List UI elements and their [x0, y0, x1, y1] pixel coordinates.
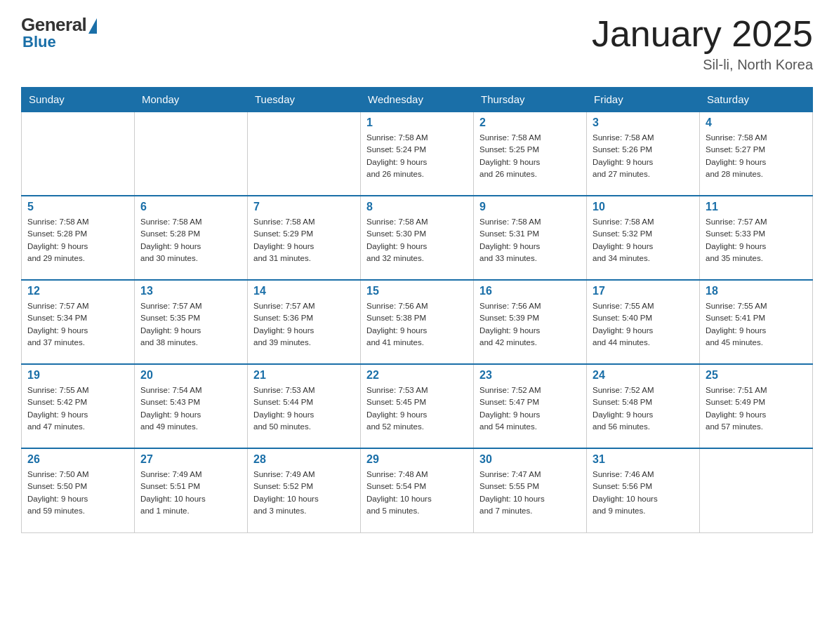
- day-number: 16: [479, 285, 581, 297]
- calendar-cell: 12Sunrise: 7:57 AMSunset: 5:34 PMDayligh…: [22, 280, 135, 364]
- day-info: Sunrise: 7:51 AMSunset: 5:49 PMDaylight:…: [706, 384, 807, 433]
- day-number: 31: [593, 453, 694, 466]
- calendar-cell: 10Sunrise: 7:58 AMSunset: 5:32 PMDayligh…: [587, 196, 700, 280]
- day-info: Sunrise: 7:49 AMSunset: 5:51 PMDaylight:…: [140, 469, 241, 517]
- day-info: Sunrise: 7:58 AMSunset: 5:28 PMDaylight:…: [27, 216, 128, 264]
- day-number: 19: [27, 369, 128, 382]
- calendar-cell: 28Sunrise: 7:49 AMSunset: 5:52 PMDayligh…: [248, 448, 361, 532]
- day-number: 25: [706, 369, 807, 382]
- logo-blue-text: Blue: [22, 33, 56, 51]
- day-info: Sunrise: 7:58 AMSunset: 5:30 PMDaylight:…: [366, 216, 468, 264]
- logo-triangle-icon: [88, 18, 97, 34]
- day-number: 21: [253, 369, 355, 382]
- day-number: 1: [366, 116, 468, 129]
- day-number: 12: [27, 285, 128, 297]
- calendar-cell: 26Sunrise: 7:50 AMSunset: 5:50 PMDayligh…: [22, 448, 135, 532]
- day-info: Sunrise: 7:58 AMSunset: 5:31 PMDaylight:…: [479, 216, 581, 264]
- calendar-cell: 22Sunrise: 7:53 AMSunset: 5:45 PMDayligh…: [361, 364, 474, 448]
- day-info: Sunrise: 7:46 AMSunset: 5:56 PMDaylight:…: [593, 469, 694, 517]
- day-info: Sunrise: 7:48 AMSunset: 5:54 PMDaylight:…: [366, 469, 468, 517]
- day-number: 20: [140, 369, 241, 382]
- calendar-cell: 29Sunrise: 7:48 AMSunset: 5:54 PMDayligh…: [361, 448, 474, 532]
- day-info: Sunrise: 7:49 AMSunset: 5:52 PMDaylight:…: [253, 469, 355, 517]
- day-number: 23: [479, 369, 581, 382]
- calendar-cell: 3Sunrise: 7:58 AMSunset: 5:26 PMDaylight…: [587, 112, 700, 196]
- calendar-cell: 9Sunrise: 7:58 AMSunset: 5:31 PMDaylight…: [474, 196, 587, 280]
- day-number: 11: [706, 201, 807, 213]
- logo: General Blue: [21, 14, 97, 51]
- day-info: Sunrise: 7:57 AMSunset: 5:34 PMDaylight:…: [27, 300, 128, 349]
- day-info: Sunrise: 7:58 AMSunset: 5:29 PMDaylight:…: [253, 216, 355, 264]
- calendar-cell: 14Sunrise: 7:57 AMSunset: 5:36 PMDayligh…: [248, 280, 361, 364]
- month-title: January 2025: [592, 14, 813, 54]
- day-number: 15: [366, 285, 468, 297]
- day-info: Sunrise: 7:54 AMSunset: 5:43 PMDaylight:…: [140, 384, 241, 433]
- day-number: 8: [366, 201, 468, 213]
- day-info: Sunrise: 7:55 AMSunset: 5:40 PMDaylight:…: [593, 300, 694, 349]
- day-info: Sunrise: 7:52 AMSunset: 5:47 PMDaylight:…: [479, 384, 581, 433]
- calendar-cell: 18Sunrise: 7:55 AMSunset: 5:41 PMDayligh…: [700, 280, 813, 364]
- calendar-cell: 2Sunrise: 7:58 AMSunset: 5:25 PMDaylight…: [474, 112, 587, 196]
- calendar-cell: 8Sunrise: 7:58 AMSunset: 5:30 PMDaylight…: [361, 196, 474, 280]
- calendar-header-sunday: Sunday: [22, 88, 135, 112]
- calendar-cell: 4Sunrise: 7:58 AMSunset: 5:27 PMDaylight…: [700, 112, 813, 196]
- day-info: Sunrise: 7:58 AMSunset: 5:26 PMDaylight:…: [593, 132, 694, 180]
- calendar-cell: 5Sunrise: 7:58 AMSunset: 5:28 PMDaylight…: [22, 196, 135, 280]
- calendar-cell: [135, 112, 248, 196]
- day-info: Sunrise: 7:57 AMSunset: 5:33 PMDaylight:…: [706, 216, 807, 264]
- day-info: Sunrise: 7:58 AMSunset: 5:32 PMDaylight:…: [593, 216, 694, 264]
- calendar-cell: 1Sunrise: 7:58 AMSunset: 5:24 PMDaylight…: [361, 112, 474, 196]
- calendar-cell: 16Sunrise: 7:56 AMSunset: 5:39 PMDayligh…: [474, 280, 587, 364]
- calendar-cell: 17Sunrise: 7:55 AMSunset: 5:40 PMDayligh…: [587, 280, 700, 364]
- day-info: Sunrise: 7:53 AMSunset: 5:45 PMDaylight:…: [366, 384, 468, 433]
- calendar-cell: [700, 448, 813, 532]
- week-row-2: 5Sunrise: 7:58 AMSunset: 5:28 PMDaylight…: [22, 196, 813, 280]
- day-number: 14: [253, 285, 355, 297]
- day-info: Sunrise: 7:58 AMSunset: 5:27 PMDaylight:…: [706, 132, 807, 180]
- calendar-header-tuesday: Tuesday: [248, 88, 361, 112]
- day-info: Sunrise: 7:56 AMSunset: 5:39 PMDaylight:…: [479, 300, 581, 349]
- day-number: 30: [479, 453, 581, 466]
- day-info: Sunrise: 7:58 AMSunset: 5:24 PMDaylight:…: [366, 132, 468, 180]
- week-row-4: 19Sunrise: 7:55 AMSunset: 5:42 PMDayligh…: [22, 364, 813, 448]
- calendar-cell: 7Sunrise: 7:58 AMSunset: 5:29 PMDaylight…: [248, 196, 361, 280]
- title-section: January 2025 Sil-li, North Korea: [592, 14, 813, 73]
- calendar-header-thursday: Thursday: [474, 88, 587, 112]
- calendar-header-friday: Friday: [587, 88, 700, 112]
- day-number: 27: [140, 453, 241, 466]
- day-info: Sunrise: 7:58 AMSunset: 5:25 PMDaylight:…: [479, 132, 581, 180]
- day-number: 3: [593, 116, 694, 129]
- day-number: 4: [706, 116, 807, 129]
- calendar-cell: 20Sunrise: 7:54 AMSunset: 5:43 PMDayligh…: [135, 364, 248, 448]
- calendar-header-monday: Monday: [135, 88, 248, 112]
- day-number: 9: [479, 201, 581, 213]
- day-info: Sunrise: 7:56 AMSunset: 5:38 PMDaylight:…: [366, 300, 468, 349]
- day-number: 22: [366, 369, 468, 382]
- day-number: 5: [27, 201, 128, 213]
- calendar-cell: 23Sunrise: 7:52 AMSunset: 5:47 PMDayligh…: [474, 364, 587, 448]
- day-info: Sunrise: 7:57 AMSunset: 5:36 PMDaylight:…: [253, 300, 355, 349]
- page-header: General Blue January 2025 Sil-li, North …: [21, 14, 813, 73]
- day-number: 24: [593, 369, 694, 382]
- calendar-header-row: SundayMondayTuesdayWednesdayThursdayFrid…: [22, 88, 813, 112]
- calendar-cell: 25Sunrise: 7:51 AMSunset: 5:49 PMDayligh…: [700, 364, 813, 448]
- day-number: 2: [479, 116, 581, 129]
- calendar-cell: 30Sunrise: 7:47 AMSunset: 5:55 PMDayligh…: [474, 448, 587, 532]
- calendar-cell: 24Sunrise: 7:52 AMSunset: 5:48 PMDayligh…: [587, 364, 700, 448]
- day-number: 28: [253, 453, 355, 466]
- calendar-cell: 6Sunrise: 7:58 AMSunset: 5:28 PMDaylight…: [135, 196, 248, 280]
- calendar-header-saturday: Saturday: [700, 88, 813, 112]
- day-number: 10: [593, 201, 694, 213]
- day-info: Sunrise: 7:53 AMSunset: 5:44 PMDaylight:…: [253, 384, 355, 433]
- day-number: 13: [140, 285, 241, 297]
- day-info: Sunrise: 7:57 AMSunset: 5:35 PMDaylight:…: [140, 300, 241, 349]
- calendar-cell: [248, 112, 361, 196]
- day-number: 6: [140, 201, 241, 213]
- calendar-cell: 11Sunrise: 7:57 AMSunset: 5:33 PMDayligh…: [700, 196, 813, 280]
- day-number: 17: [593, 285, 694, 297]
- day-info: Sunrise: 7:52 AMSunset: 5:48 PMDaylight:…: [593, 384, 694, 433]
- day-info: Sunrise: 7:55 AMSunset: 5:42 PMDaylight:…: [27, 384, 128, 433]
- calendar-cell: 15Sunrise: 7:56 AMSunset: 5:38 PMDayligh…: [361, 280, 474, 364]
- calendar-cell: 27Sunrise: 7:49 AMSunset: 5:51 PMDayligh…: [135, 448, 248, 532]
- day-info: Sunrise: 7:47 AMSunset: 5:55 PMDaylight:…: [479, 469, 581, 517]
